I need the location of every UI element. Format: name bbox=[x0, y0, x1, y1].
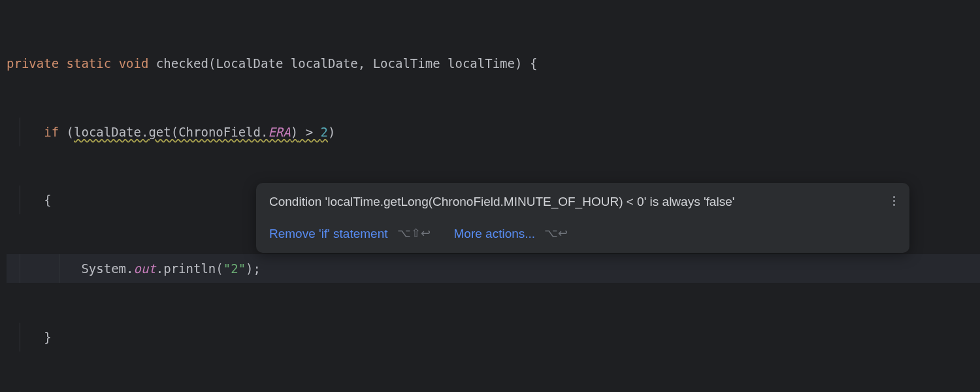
punct: ) bbox=[515, 56, 530, 71]
static-field: ERA bbox=[268, 125, 290, 139]
code-line[interactable]: } bbox=[7, 323, 980, 351]
brace: { bbox=[44, 193, 51, 207]
inspection-tooltip: Condition 'localTime.getLong(ChronoField… bbox=[256, 183, 909, 253]
remove-if-action[interactable]: Remove 'if' statement bbox=[269, 225, 388, 243]
number: 2 bbox=[321, 125, 328, 139]
code-line[interactable]: if (localDate.get(ChronoField.ERA) > 2) bbox=[7, 118, 980, 146]
code-line[interactable]: System.out.println("2"); bbox=[7, 254, 980, 283]
brace: { bbox=[530, 56, 537, 71]
tooltip-actions: Remove 'if' statement ⌥⇧↩ More actions..… bbox=[269, 225, 896, 243]
method-name: checked bbox=[156, 56, 208, 71]
static-field: out bbox=[133, 261, 155, 276]
ident: .println( bbox=[156, 261, 223, 276]
punct: ) bbox=[328, 125, 335, 139]
brace: } bbox=[44, 330, 51, 344]
keyword: if bbox=[44, 125, 59, 139]
warned-expression[interactable]: localDate.get(ChronoField.ERA) > 2 bbox=[74, 125, 328, 139]
string: "2" bbox=[223, 261, 246, 276]
param: localTime bbox=[448, 56, 515, 71]
punct: ( bbox=[208, 56, 216, 71]
type: LocalDate bbox=[216, 56, 283, 71]
punct: , bbox=[358, 56, 373, 71]
keyword: static bbox=[67, 56, 112, 71]
shortcut-hint: ⌥⇧↩ bbox=[397, 225, 431, 242]
tooltip-message: Condition 'localTime.getLong(ChronoField… bbox=[269, 193, 896, 211]
type: LocalTime bbox=[373, 56, 440, 71]
shortcut-hint: ⌥↩ bbox=[544, 225, 568, 242]
more-actions-link[interactable]: More actions... bbox=[454, 225, 536, 243]
more-options-icon[interactable] bbox=[890, 193, 898, 208]
ident: System. bbox=[81, 261, 133, 276]
code-line[interactable]: private static void checked(LocalDate lo… bbox=[7, 49, 980, 78]
punct: ); bbox=[246, 261, 261, 276]
param: localDate bbox=[291, 56, 358, 71]
keyword: void bbox=[119, 56, 149, 71]
keyword: private bbox=[7, 56, 59, 71]
punct: ( bbox=[67, 125, 74, 139]
